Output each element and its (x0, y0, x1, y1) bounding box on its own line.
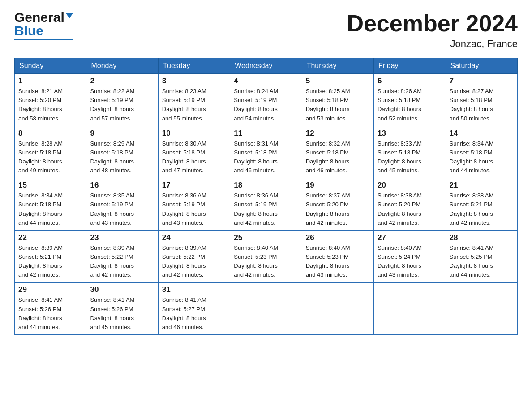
day-number: 5 (306, 77, 370, 86)
day-info: Sunrise: 8:38 AMSunset: 5:20 PMDaylight:… (378, 191, 442, 227)
calendar-table: SundayMondayTuesdayWednesdayThursdayFrid… (14, 58, 518, 335)
calendar-cell: 1Sunrise: 8:21 AMSunset: 5:20 PMDaylight… (15, 74, 86, 126)
day-info: Sunrise: 8:36 AMSunset: 5:19 PMDaylight:… (162, 191, 226, 227)
day-number: 3 (162, 77, 226, 86)
day-info: Sunrise: 8:31 AMSunset: 5:18 PMDaylight:… (234, 139, 298, 176)
calendar-cell: 14Sunrise: 8:34 AMSunset: 5:18 PMDayligh… (446, 126, 517, 178)
calendar-cell (446, 283, 517, 335)
day-number: 4 (234, 77, 298, 86)
day-number: 19 (306, 181, 370, 190)
day-info: Sunrise: 8:41 AMSunset: 5:25 PMDaylight:… (450, 244, 514, 280)
col-header-tuesday: Tuesday (158, 58, 230, 74)
calendar-cell: 3Sunrise: 8:23 AMSunset: 5:19 PMDaylight… (158, 74, 230, 126)
day-number: 18 (234, 181, 298, 190)
calendar-cell: 18Sunrise: 8:36 AMSunset: 5:19 PMDayligh… (230, 178, 302, 231)
day-info: Sunrise: 8:25 AMSunset: 5:18 PMDaylight:… (306, 87, 370, 123)
day-number: 14 (450, 129, 514, 138)
day-info: Sunrise: 8:27 AMSunset: 5:18 PMDaylight:… (450, 87, 514, 123)
calendar-cell: 22Sunrise: 8:39 AMSunset: 5:21 PMDayligh… (15, 230, 86, 283)
day-number: 30 (90, 285, 154, 294)
calendar-cell (374, 283, 446, 335)
day-info: Sunrise: 8:34 AMSunset: 5:18 PMDaylight:… (450, 139, 514, 176)
day-number: 17 (162, 181, 226, 190)
week-row-1: 1Sunrise: 8:21 AMSunset: 5:20 PMDaylight… (15, 74, 518, 126)
calendar-cell: 17Sunrise: 8:36 AMSunset: 5:19 PMDayligh… (158, 178, 230, 231)
day-info: Sunrise: 8:39 AMSunset: 5:22 PMDaylight:… (162, 244, 226, 280)
day-info: Sunrise: 8:41 AMSunset: 5:26 PMDaylight:… (18, 295, 82, 332)
day-info: Sunrise: 8:32 AMSunset: 5:18 PMDaylight:… (306, 139, 370, 176)
calendar-cell (302, 283, 373, 335)
day-number: 8 (18, 129, 82, 138)
day-number: 6 (378, 77, 442, 86)
day-number: 16 (90, 181, 154, 190)
col-header-wednesday: Wednesday (230, 58, 302, 74)
day-info: Sunrise: 8:38 AMSunset: 5:21 PMDaylight:… (450, 191, 514, 227)
day-info: Sunrise: 8:36 AMSunset: 5:19 PMDaylight:… (234, 191, 298, 227)
calendar-cell: 4Sunrise: 8:24 AMSunset: 5:19 PMDaylight… (230, 74, 302, 126)
col-header-saturday: Saturday (446, 58, 517, 74)
calendar-cell: 19Sunrise: 8:37 AMSunset: 5:20 PMDayligh… (302, 178, 373, 231)
calendar-cell: 5Sunrise: 8:25 AMSunset: 5:18 PMDaylight… (302, 74, 373, 126)
day-info: Sunrise: 8:39 AMSunset: 5:21 PMDaylight:… (18, 244, 82, 280)
calendar-cell: 15Sunrise: 8:34 AMSunset: 5:18 PMDayligh… (15, 178, 86, 231)
calendar-cell: 8Sunrise: 8:28 AMSunset: 5:18 PMDaylight… (15, 126, 86, 178)
calendar-cell: 7Sunrise: 8:27 AMSunset: 5:18 PMDaylight… (446, 74, 517, 126)
calendar-cell: 21Sunrise: 8:38 AMSunset: 5:21 PMDayligh… (446, 178, 517, 231)
logo: General Blue (14, 11, 73, 40)
day-number: 10 (162, 129, 226, 138)
col-header-monday: Monday (86, 58, 158, 74)
calendar-cell: 24Sunrise: 8:39 AMSunset: 5:22 PMDayligh… (158, 230, 230, 283)
logo-general-text: General (14, 10, 64, 25)
calendar-header-row: SundayMondayTuesdayWednesdayThursdayFrid… (15, 58, 518, 74)
col-header-thursday: Thursday (302, 58, 373, 74)
day-info: Sunrise: 8:22 AMSunset: 5:19 PMDaylight:… (90, 87, 154, 123)
calendar-cell: 26Sunrise: 8:40 AMSunset: 5:23 PMDayligh… (302, 230, 373, 283)
day-number: 21 (450, 181, 514, 190)
page-header: General Blue December 2024 Jonzac, Franc… (14, 11, 518, 50)
day-info: Sunrise: 8:41 AMSunset: 5:27 PMDaylight:… (162, 295, 226, 332)
calendar-cell: 10Sunrise: 8:30 AMSunset: 5:18 PMDayligh… (158, 126, 230, 178)
day-number: 12 (306, 129, 370, 138)
week-row-2: 8Sunrise: 8:28 AMSunset: 5:18 PMDaylight… (15, 126, 518, 178)
day-number: 1 (18, 77, 82, 86)
day-info: Sunrise: 8:34 AMSunset: 5:18 PMDaylight:… (18, 191, 82, 227)
calendar-cell: 9Sunrise: 8:29 AMSunset: 5:18 PMDaylight… (86, 126, 158, 178)
day-info: Sunrise: 8:40 AMSunset: 5:23 PMDaylight:… (234, 244, 298, 280)
calendar-cell (230, 283, 302, 335)
calendar-cell: 23Sunrise: 8:39 AMSunset: 5:22 PMDayligh… (86, 230, 158, 283)
week-row-5: 29Sunrise: 8:41 AMSunset: 5:26 PMDayligh… (15, 283, 518, 335)
day-number: 23 (90, 233, 154, 242)
calendar-cell: 29Sunrise: 8:41 AMSunset: 5:26 PMDayligh… (15, 283, 86, 335)
day-number: 15 (18, 181, 82, 190)
day-info: Sunrise: 8:33 AMSunset: 5:18 PMDaylight:… (378, 139, 442, 176)
day-info: Sunrise: 8:23 AMSunset: 5:19 PMDaylight:… (162, 87, 226, 123)
calendar-cell: 12Sunrise: 8:32 AMSunset: 5:18 PMDayligh… (302, 126, 373, 178)
day-number: 13 (378, 129, 442, 138)
calendar-cell: 11Sunrise: 8:31 AMSunset: 5:18 PMDayligh… (230, 126, 302, 178)
calendar-cell: 30Sunrise: 8:41 AMSunset: 5:26 PMDayligh… (86, 283, 158, 335)
day-info: Sunrise: 8:39 AMSunset: 5:22 PMDaylight:… (90, 244, 154, 280)
day-info: Sunrise: 8:29 AMSunset: 5:18 PMDaylight:… (90, 139, 154, 176)
calendar-cell: 28Sunrise: 8:41 AMSunset: 5:25 PMDayligh… (446, 230, 517, 283)
calendar-cell: 27Sunrise: 8:40 AMSunset: 5:24 PMDayligh… (374, 230, 446, 283)
calendar-cell: 20Sunrise: 8:38 AMSunset: 5:20 PMDayligh… (374, 178, 446, 231)
week-row-3: 15Sunrise: 8:34 AMSunset: 5:18 PMDayligh… (15, 178, 518, 231)
title-block: December 2024 Jonzac, France (347, 11, 518, 50)
calendar-cell: 6Sunrise: 8:26 AMSunset: 5:18 PMDaylight… (374, 74, 446, 126)
day-info: Sunrise: 8:41 AMSunset: 5:26 PMDaylight:… (90, 295, 154, 332)
day-number: 29 (18, 285, 82, 294)
month-title: December 2024 (347, 11, 518, 36)
day-number: 27 (378, 233, 442, 242)
col-header-friday: Friday (374, 58, 446, 74)
day-info: Sunrise: 8:21 AMSunset: 5:20 PMDaylight:… (18, 87, 82, 123)
location-text: Jonzac, France (347, 38, 518, 50)
logo-blue-text: Blue (14, 23, 43, 38)
day-info: Sunrise: 8:35 AMSunset: 5:19 PMDaylight:… (90, 191, 154, 227)
day-number: 25 (234, 233, 298, 242)
day-info: Sunrise: 8:28 AMSunset: 5:18 PMDaylight:… (18, 139, 82, 176)
day-info: Sunrise: 8:24 AMSunset: 5:19 PMDaylight:… (234, 87, 298, 123)
day-number: 7 (450, 77, 514, 86)
day-info: Sunrise: 8:40 AMSunset: 5:23 PMDaylight:… (306, 244, 370, 280)
week-row-4: 22Sunrise: 8:39 AMSunset: 5:21 PMDayligh… (15, 230, 518, 283)
day-number: 26 (306, 233, 370, 242)
